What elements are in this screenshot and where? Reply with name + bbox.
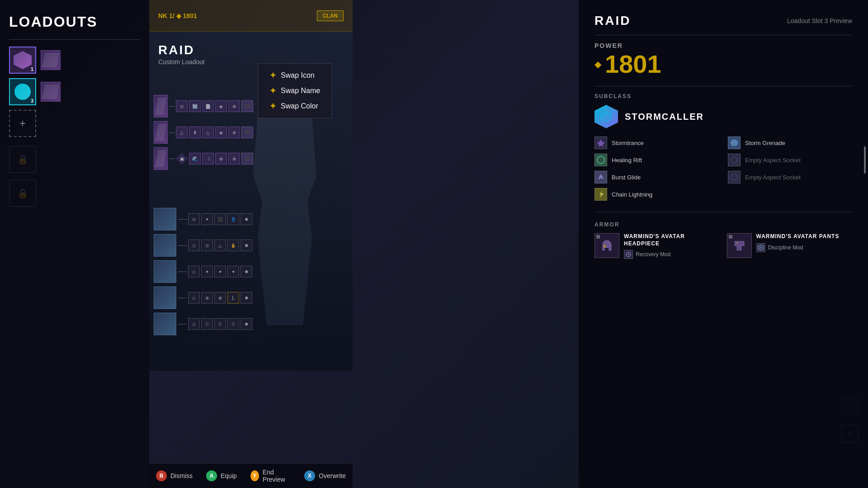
mod-2-2[interactable]: ⬆: [189, 127, 201, 138]
legs-mods: ◇ ⊕ ⊕ L ✺: [188, 292, 252, 304]
b-button[interactable]: B: [156, 470, 167, 481]
amod-3-1[interactable]: ◇: [188, 266, 200, 277]
right-divider-1: [594, 35, 852, 35]
x-button[interactable]: X: [304, 470, 315, 481]
amod-2-1[interactable]: ◇: [188, 239, 200, 251]
mod-3-2[interactable]: 🌊: [189, 153, 201, 164]
amod-3-3[interactable]: ✦: [214, 266, 226, 277]
mod-3-5[interactable]: ⊕: [228, 153, 240, 164]
amod-2-5[interactable]: ✺: [241, 239, 252, 251]
mod-2-1[interactable]: △: [176, 127, 188, 138]
armor-card-pants: WARMIND'S AVATAR PANTS Discipline Mod: [727, 233, 853, 259]
storm-grenade-icon: [728, 136, 741, 149]
mod-1-3[interactable]: 📄: [202, 100, 214, 112]
amod-2-4[interactable]: ✋: [227, 239, 239, 251]
raid-name-overlay: RAID Custom Loadout: [149, 36, 214, 72]
loadout-slot-1[interactable]: 1: [9, 47, 140, 74]
amod-5-1[interactable]: ◇: [188, 318, 200, 330]
amod-1-4[interactable]: 👤: [227, 213, 239, 225]
armor-grid-right: WARMIND'S AVATAR HEADPIECE Recovery Mod: [594, 233, 852, 259]
clan-badge: CLAN: [317, 10, 344, 21]
energy-weapon-icon[interactable]: [154, 121, 168, 144]
empty-aspect-1-label: Empty Aspect Socket: [745, 157, 801, 164]
weapon-row-3: ▣ 🌊 ☽ ⊕ ⊕ ⬛: [154, 147, 253, 170]
amod-5-3[interactable]: ▽: [214, 318, 226, 330]
mod-1-2[interactable]: 🔄: [189, 100, 201, 112]
loadouts-title: LOADOUTS: [9, 14, 140, 30]
y-button[interactable]: Y: [250, 470, 259, 481]
amod-3-5[interactable]: ✺: [241, 266, 252, 277]
mod-1-1[interactable]: ⊙: [176, 100, 188, 112]
armor-equipment-grid: ⊙ ✦ ⬛ 👤 ✺ ◇ ⊙ △ ✋ ✺ ◇ ✦ ✦ ✦ ✺: [149, 203, 258, 343]
chest-icon[interactable]: [154, 260, 176, 283]
legs-icon[interactable]: [154, 286, 176, 309]
armor-sep2: [178, 245, 187, 246]
amod-2-2[interactable]: ⊙: [201, 239, 213, 251]
locked-slot-2: 🔒: [9, 180, 140, 207]
overwrite-action[interactable]: X Overwrite: [304, 470, 346, 481]
amod-1-2[interactable]: ✦: [201, 213, 213, 225]
slot-icon-3[interactable]: 3: [9, 78, 36, 105]
loadout-slot-3[interactable]: 3: [9, 78, 140, 105]
add-loadout-slot[interactable]: +: [9, 110, 140, 137]
mod-1-6[interactable]: ⬛: [241, 100, 253, 112]
weapon-row-2: △ ⬆ △ ◈ ⊕ ⬛: [154, 121, 253, 144]
stormtrance-label: Stormtrance: [612, 140, 644, 146]
amod-4-5[interactable]: ✺: [241, 292, 252, 304]
power-weapon-icon[interactable]: [154, 147, 168, 170]
amod-5-2[interactable]: ▽: [201, 318, 213, 330]
kinetic-weapon-icon[interactable]: [154, 95, 168, 117]
dismiss-label: Dismiss: [170, 472, 193, 479]
swap-icon-item[interactable]: ✦ Swap Icon: [269, 70, 320, 80]
slot-icon-1[interactable]: 1: [9, 47, 36, 74]
overwrite-label: Overwrite: [319, 472, 346, 479]
amod-2-3[interactable]: △: [214, 239, 226, 251]
swap-color-item[interactable]: ✦ Swap Color: [269, 101, 320, 111]
amod-3-2[interactable]: ✦: [201, 266, 213, 277]
power-value-container: ◆ 1801: [594, 52, 852, 77]
end-preview-action[interactable]: Y End Preview: [250, 469, 291, 483]
loadout-divider: [9, 39, 140, 40]
mod-2-6[interactable]: ⬛: [241, 127, 253, 138]
gauntlet-icon[interactable]: [154, 234, 176, 257]
add-slot-button[interactable]: +: [9, 110, 36, 137]
mod-3-3[interactable]: ☽: [202, 153, 214, 164]
helmet-icon[interactable]: [154, 208, 176, 230]
amod-4-1[interactable]: ◇: [188, 292, 200, 304]
mod-2-5[interactable]: ⊕: [228, 127, 240, 138]
mod-1-4[interactable]: ◈: [215, 100, 227, 112]
equip-action[interactable]: A Equip: [206, 470, 237, 481]
sep1: [169, 106, 175, 107]
amod-5-4[interactable]: ▽: [227, 318, 239, 330]
amod-1-1[interactable]: ⊙: [188, 213, 200, 225]
pants-info: WARMIND'S AVATAR PANTS Discipline Mod: [756, 233, 853, 252]
swap-name-label: Swap Name: [281, 87, 320, 95]
amod-4-2[interactable]: ⊕: [201, 292, 213, 304]
class-item-icon[interactable]: [154, 313, 176, 335]
pants-mod-icon: [756, 243, 765, 252]
amod-3-4[interactable]: ✦: [227, 266, 239, 277]
stormtrance-icon: [594, 136, 607, 149]
amod-1-3[interactable]: ⬛: [214, 213, 226, 225]
mod-1-5[interactable]: ⊕: [228, 100, 240, 112]
right-header: RAID Loadout Slot 3 Preview: [594, 14, 852, 28]
gauntlet-mods: ◇ ⊙ △ ✋ ✺: [188, 239, 252, 251]
swap-name-item[interactable]: ✦ Swap Name: [269, 86, 320, 96]
pants-mod-name: Discipline Mod: [768, 244, 803, 251]
mod-2-4[interactable]: ◈: [215, 127, 227, 138]
bottom-bar: B Dismiss A Equip Y End Preview X Overwr…: [149, 463, 353, 488]
weapon-row-1: ⊙ 🔄 📄 ◈ ⊕ ⬛: [154, 95, 253, 117]
dismiss-action[interactable]: B Dismiss: [156, 470, 193, 481]
mod-3-4[interactable]: ⊕: [215, 153, 227, 164]
amod-1-5[interactable]: ✺: [241, 213, 252, 225]
rank-text: NK 1/ ◆ 1801: [158, 12, 197, 19]
amod-4-3[interactable]: ⊕: [214, 292, 226, 304]
mod-2-3[interactable]: △: [202, 127, 214, 138]
swap-color-label: Swap Color: [281, 102, 318, 110]
mod-3-1[interactable]: ▣: [176, 153, 188, 164]
mod-3-6[interactable]: ⬛: [241, 153, 253, 164]
power-diamond-icon: ◆: [594, 59, 601, 70]
amod-5-5[interactable]: ✺: [241, 318, 252, 330]
amod-4-4[interactable]: L: [227, 292, 239, 304]
a-button[interactable]: A: [206, 470, 217, 481]
